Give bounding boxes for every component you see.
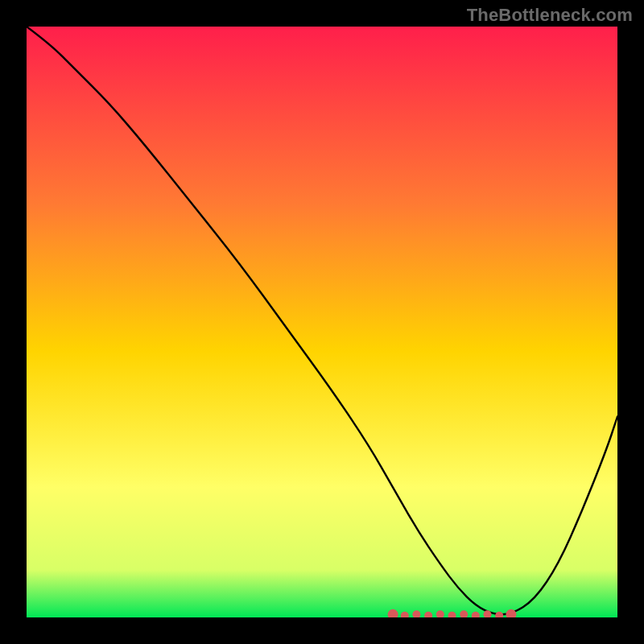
gradient-background — [27, 27, 617, 617]
plot-area — [27, 27, 617, 617]
chart-svg — [27, 27, 617, 617]
chart-frame: TheBottleneck.com — [0, 0, 644, 644]
watermark-text: TheBottleneck.com — [467, 5, 633, 26]
